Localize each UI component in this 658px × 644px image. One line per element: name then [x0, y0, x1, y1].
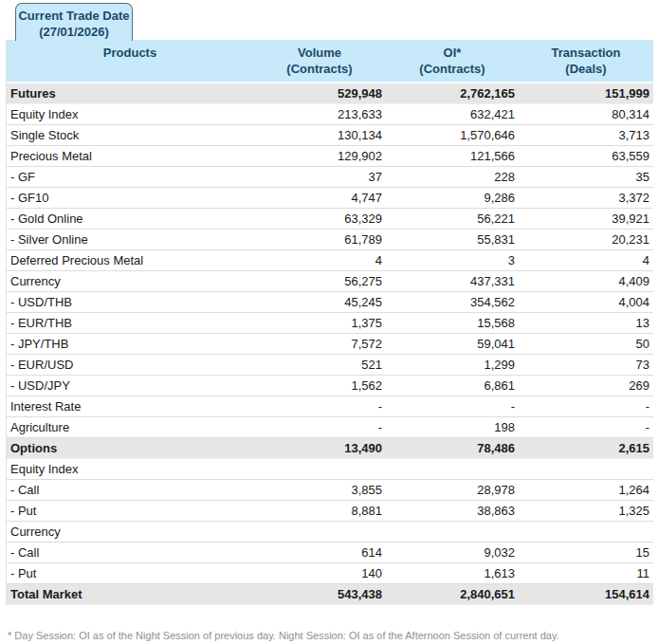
table-row: - GF3722835: [7, 167, 653, 188]
volume-cell: 37: [253, 167, 386, 188]
product-label: Single Stock: [7, 125, 253, 146]
volume-cell: -: [253, 417, 386, 438]
transaction-cell: 73: [519, 355, 653, 376]
table-row: - USD/THB45,245354,5624,004: [7, 292, 653, 313]
transaction-cell: 3,713: [519, 125, 653, 146]
transaction-cell: 1,325: [519, 501, 653, 522]
volume-cell: 4: [253, 250, 386, 271]
transaction-cell: 3,372: [519, 188, 653, 209]
volume-cell: 529,948: [253, 83, 386, 104]
oi-cell: [386, 459, 519, 480]
table-row: Precious Metal129,902121,56663,559: [7, 146, 653, 167]
transaction-cell: 15: [519, 543, 653, 563]
tab-current-trade-date[interactable]: Current Trade Date (27/01/2026): [15, 3, 133, 41]
transaction-cell: 4: [519, 250, 653, 271]
column-unit: (Contracts): [390, 61, 515, 77]
product-label: - Put: [7, 501, 253, 522]
table-row: - GF104,7479,2863,372: [7, 188, 653, 209]
market-summary-page: Current Trade Date (27/01/2026) Products…: [0, 0, 658, 644]
column-header-transaction: Transaction (Deals): [519, 40, 653, 83]
transaction-cell: -: [519, 396, 653, 417]
product-label: Total Market: [7, 584, 253, 605]
oi-cell: 632,421: [386, 104, 519, 125]
transaction-cell: 151,999: [519, 83, 653, 104]
transaction-cell: 11: [519, 563, 653, 584]
oi-cell: 15,568: [386, 313, 519, 334]
column-header-products: Products: [7, 40, 253, 83]
volume-cell: -: [253, 396, 386, 417]
column-title: Products: [10, 45, 249, 61]
transaction-cell: 39,921: [519, 209, 653, 230]
product-label: Precious Metal: [7, 146, 253, 167]
product-label: - Silver Online: [7, 230, 253, 250]
oi-cell: 78,486: [386, 438, 519, 459]
oi-cell: 38,863: [386, 501, 519, 522]
volume-cell: 1,562: [253, 376, 386, 396]
oi-cell: 198: [386, 417, 519, 438]
column-header-oi: OI* (Contracts): [386, 40, 519, 83]
oi-cell: 6,861: [386, 376, 519, 396]
table-row: Equity Index213,633632,42180,314: [7, 104, 653, 125]
transaction-cell: [519, 522, 653, 543]
tab-title: Current Trade Date: [18, 8, 130, 24]
table-row: Deferred Precious Metal434: [7, 250, 653, 271]
table-row: - EUR/THB1,37515,56813: [7, 313, 653, 334]
product-label: - USD/JPY: [7, 376, 253, 396]
table-row: - EUR/USD5211,29973: [7, 355, 653, 376]
oi-cell: 1,570,646: [386, 125, 519, 146]
table-row: Equity Index: [7, 459, 653, 480]
table-header: Products Volume (Contracts) OI* (Contrac…: [7, 40, 653, 83]
oi-footnote: * Day Session: OI as of the Night Sessio…: [6, 629, 652, 642]
transaction-cell: 35: [519, 167, 653, 188]
table-row: - Put1401,61311: [7, 563, 653, 584]
product-label: Deferred Precious Metal: [7, 250, 253, 271]
table-row: - Put8,88138,8631,325: [7, 501, 653, 522]
transaction-cell: 1,264: [519, 480, 653, 501]
volume-cell: 45,245: [253, 292, 386, 313]
transaction-cell: 80,314: [519, 104, 653, 125]
product-label: - EUR/THB: [7, 313, 253, 334]
market-summary-table: Products Volume (Contracts) OI* (Contrac…: [7, 40, 653, 605]
product-label: - JPY/THB: [7, 334, 253, 355]
transaction-cell: [519, 459, 653, 480]
column-header-volume: Volume (Contracts): [253, 40, 386, 83]
column-unit: (Deals): [522, 61, 649, 77]
product-label: Interest Rate: [7, 396, 253, 417]
product-label: - USD/THB: [7, 292, 253, 313]
oi-cell: 28,978: [386, 480, 519, 501]
volume-cell: 614: [253, 543, 386, 563]
oi-cell: 9,032: [386, 543, 519, 563]
tab-date: (27/01/2026): [18, 24, 130, 40]
product-label: Futures: [7, 83, 253, 104]
product-label: - Call: [7, 480, 253, 501]
table-row: - Gold Online63,32956,22139,921: [7, 209, 653, 230]
product-label: Equity Index: [7, 104, 253, 125]
volume-cell: 56,275: [253, 271, 386, 292]
volume-cell: 129,902: [253, 146, 386, 167]
transaction-cell: 13: [519, 313, 653, 334]
product-label: - Put: [7, 563, 253, 584]
oi-cell: 59,041: [386, 334, 519, 355]
table-row: Currency: [7, 522, 653, 543]
product-label: - GF10: [7, 188, 253, 209]
product-label: Currency: [7, 522, 253, 543]
product-label: - Call: [7, 543, 253, 563]
oi-cell: 437,331: [386, 271, 519, 292]
oi-cell: 56,221: [386, 209, 519, 230]
oi-cell: 1,299: [386, 355, 519, 376]
volume-cell: [253, 522, 386, 543]
oi-cell: 2,762,165: [386, 83, 519, 104]
oi-cell: 3: [386, 250, 519, 271]
column-title: OI*: [390, 45, 515, 61]
transaction-cell: 4,004: [519, 292, 653, 313]
transaction-cell: 269: [519, 376, 653, 396]
transaction-cell: 50: [519, 334, 653, 355]
oi-cell: -: [386, 396, 519, 417]
volume-cell: 63,329: [253, 209, 386, 230]
volume-cell: 543,438: [253, 584, 386, 605]
section-row: Futures529,9482,762,165151,999: [7, 83, 653, 104]
volume-cell: [253, 459, 386, 480]
volume-cell: 8,881: [253, 501, 386, 522]
product-label: Options: [7, 438, 253, 459]
volume-cell: 13,490: [253, 438, 386, 459]
